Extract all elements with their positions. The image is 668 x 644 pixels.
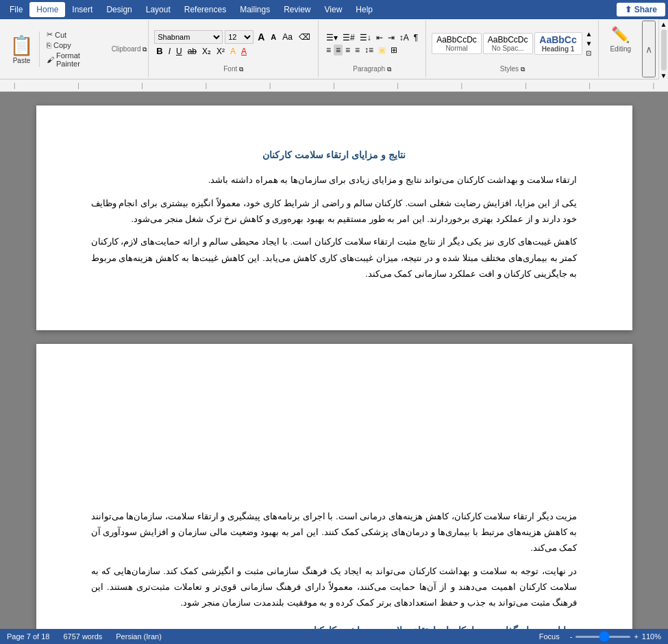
styles-gallery: AaBbCcDc Normal AaBbCcDc No Spac... AaBb… — [432, 29, 593, 58]
underline-button[interactable]: U — [174, 46, 184, 57]
decrease-indent-button[interactable]: ⇤ — [374, 32, 385, 43]
paragraph-content: ☰▾ ☰# ☰↓ ⇤ ⇥ ↕A ¶ ≡ ≡ ≡ ≡ — [324, 23, 420, 64]
sort-button[interactable]: ↕A — [397, 32, 411, 43]
ribbon-collapse-button[interactable]: ∧ — [642, 21, 656, 77]
clipboard-content: 📋 Paste ✂ Cut ⎘ Copy 🖌 — [4, 28, 112, 70]
focus-button[interactable]: Focus — [539, 632, 560, 641]
format-painter-button[interactable]: 🖌 Format Painter — [44, 51, 109, 69]
multilevel-button[interactable]: ☰↓ — [358, 32, 373, 43]
change-case-button[interactable]: Aa — [280, 32, 295, 42]
ribbon-scroll-thumb — [661, 29, 667, 71]
menu-insert[interactable]: Insert — [65, 2, 99, 17]
format-painter-icon: 🖌 — [47, 55, 54, 64]
styles-scroll-up[interactable]: ▲ — [585, 29, 593, 38]
menu-view[interactable]: View — [318, 2, 349, 17]
zoom-out-button[interactable]: - — [570, 632, 573, 641]
page2-para2: در نهایت، توجه به سلامت و بهداشت کارکنان… — [91, 563, 578, 611]
text-highlight-button[interactable]: A — [228, 46, 238, 57]
menu-bar: File Home Insert Design Layout Reference… — [0, 0, 668, 19]
ribbon-styles-group: AaBbCcDc Normal AaBbCcDc No Spac... AaBb… — [426, 21, 599, 77]
menu-design[interactable]: Design — [99, 2, 138, 17]
bold-button[interactable]: B — [154, 45, 164, 57]
ruler-marks: || || || || || | — [14, 82, 654, 89]
ribbon-main: 📋 Paste ✂ Cut ⎘ Copy 🖌 — [0, 19, 658, 79]
styles-launch-button[interactable]: ⧉ — [521, 66, 525, 73]
align-center-button[interactable]: ≡ — [334, 45, 343, 55]
page-2-content[interactable]: مزیت دیگر ارتقاء سلامت کارکنان، کاهش هزی… — [91, 385, 578, 629]
zoom-bar: - + 110% — [570, 632, 661, 641]
share-icon: ⬆ — [625, 5, 632, 14]
style-h1-preview: AaBbCc — [539, 34, 578, 45]
font-size-select[interactable]: 12 — [225, 30, 253, 44]
show-hide-button[interactable]: ¶ — [412, 32, 420, 43]
align-left-button[interactable]: ≡ — [324, 45, 333, 55]
ribbon-editing-group: ✏️ Editing — [599, 21, 642, 77]
styles-label: Styles ⧉ — [500, 65, 525, 75]
paragraph-launch-button[interactable]: ⧉ — [387, 66, 391, 73]
editing-label: Editing — [610, 45, 631, 53]
ribbon-scrollbar: ▲ ▼ — [658, 19, 668, 79]
copy-button[interactable]: ⎘ Copy — [44, 40, 109, 50]
font-content: Shabnam 12 A A Aa ⌫ B I — [154, 23, 312, 64]
share-button[interactable]: ⬆ Share — [617, 3, 665, 16]
line-spacing-button[interactable]: ↕≡ — [362, 45, 375, 55]
style-h1-item[interactable]: AaBbCc Heading 1 — [534, 32, 582, 55]
font-row2: B I U ab X₂ X² A A — [154, 45, 312, 57]
strikethrough-button[interactable]: ab — [186, 46, 199, 57]
font-grow-button[interactable]: A — [256, 31, 267, 43]
ribbon-scroll-up[interactable]: ▲ — [660, 21, 667, 28]
styles-content: AaBbCcDc Normal AaBbCcDc No Spac... AaBb… — [432, 23, 593, 64]
zoom-in-button[interactable]: + — [634, 632, 638, 641]
menu-layout[interactable]: Layout — [139, 2, 177, 17]
numbering-button[interactable]: ☰# — [341, 32, 357, 43]
page2-para1: مزیت دیگر ارتقاء سلامت کارکنان، کاهش هزی… — [91, 508, 578, 556]
menu-home[interactable]: Home — [29, 2, 65, 17]
zoom-slider[interactable] — [576, 636, 630, 638]
font-inner: Shabnam 12 A A Aa ⌫ B I — [154, 30, 312, 57]
font-launch-button[interactable]: ⧉ — [239, 66, 243, 73]
page1-para3: کاهش غیبت‌های کاری نیز یکی دیگر از نتایج… — [91, 234, 578, 282]
menu-references[interactable]: References — [177, 2, 233, 17]
font-label: Font ⧉ — [223, 65, 243, 75]
copy-icon: ⎘ — [47, 41, 51, 49]
clear-format-button[interactable]: ⌫ — [297, 32, 312, 42]
align-right-button[interactable]: ≡ — [343, 45, 352, 55]
page2-title2: مزایای سرمایه‌گذاری در راهکارهای ارتقاء … — [91, 622, 578, 629]
style-normal-item[interactable]: AaBbCcDc Normal — [432, 33, 482, 54]
font-family-select[interactable]: Shabnam — [154, 30, 223, 44]
justify-button[interactable]: ≡ — [353, 45, 362, 55]
font-color-button[interactable]: A — [239, 46, 249, 57]
shading-button[interactable]: ▣ — [376, 45, 388, 55]
cut-icon: ✂ — [47, 30, 53, 39]
status-right: Focus - + 110% — [539, 632, 661, 641]
superscript-button[interactable]: X² — [214, 46, 227, 57]
menu-review[interactable]: Review — [277, 2, 317, 17]
border-button[interactable]: ⊞ — [388, 45, 399, 55]
editing-content: ✏️ Editing — [604, 23, 636, 55]
menu-file[interactable]: File — [3, 2, 29, 17]
page2-top-space — [91, 385, 578, 508]
subscript-button[interactable]: X₂ — [200, 46, 213, 57]
page1-para2: یکی از این مزایا، افزایش رضایت شغلی است.… — [91, 195, 578, 227]
increase-indent-button[interactable]: ⇥ — [386, 32, 397, 43]
italic-button[interactable]: I — [166, 46, 173, 57]
menu-help[interactable]: Help — [349, 2, 380, 17]
ribbon: 📋 Paste ✂ Cut ⎘ Copy 🖌 — [0, 19, 668, 79]
page-info: Page 7 of 18 — [7, 632, 49, 641]
para-row1: ☰▾ ☰# ☰↓ ⇤ ⇥ ↕A ¶ — [324, 32, 420, 43]
ribbon-clipboard-group: 📋 Paste ✂ Cut ⎘ Copy 🖌 — [3, 21, 149, 77]
style-nospace-item[interactable]: AaBbCcDc No Spac... — [483, 33, 533, 54]
styles-more[interactable]: ⊡ — [585, 49, 593, 58]
styles-scroll-down[interactable]: ▼ — [585, 39, 593, 48]
style-h1-label: Heading 1 — [539, 45, 578, 53]
paste-button[interactable]: 📋 Paste — [4, 32, 40, 67]
para-row2: ≡ ≡ ≡ ≡ ↕≡ ▣ ⊞ — [324, 45, 420, 55]
cut-button[interactable]: ✂ Cut — [44, 29, 109, 40]
ribbon-scroll-down[interactable]: ▼ — [660, 72, 667, 79]
menu-mailings[interactable]: Mailings — [233, 2, 277, 17]
clipboard-launch-button[interactable]: ⧉ — [143, 46, 147, 53]
page-1-content[interactable]: نتایج و مزایای ارتقاء سلامت کارکنان ارتق… — [91, 147, 578, 282]
bullets-button[interactable]: ☰▾ — [324, 32, 340, 43]
font-shrink-button[interactable]: A — [269, 32, 278, 42]
ribbon-font-group: Shabnam 12 A A Aa ⌫ B I — [149, 21, 319, 77]
